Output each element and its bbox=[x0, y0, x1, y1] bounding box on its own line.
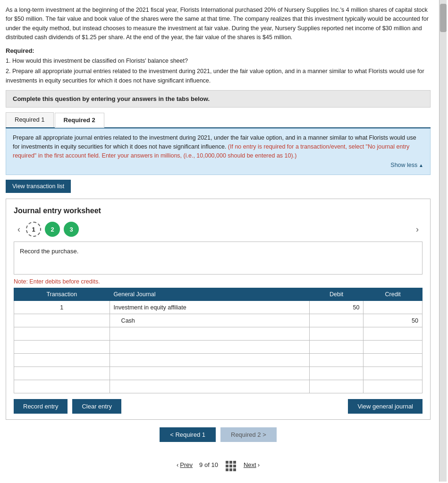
journal-page-3-label: 3 bbox=[69, 226, 73, 233]
record-purchase-box: Record the purchase. bbox=[14, 242, 423, 275]
required-items: 1. How would this investment be classifi… bbox=[6, 56, 431, 85]
table-row: 1 Investment in equity affiliate 50 bbox=[14, 301, 423, 314]
tab1-label: Required 1 bbox=[15, 116, 45, 123]
required-header-label: Required: bbox=[6, 47, 34, 54]
table-header-transaction: Transaction bbox=[14, 288, 110, 301]
row1-account-val: Investment in equity affiliate bbox=[114, 304, 186, 311]
scrollbar-thumb[interactable] bbox=[440, 4, 447, 32]
page-of: of bbox=[204, 461, 211, 468]
show-less-arrow-icon: ▲ bbox=[417, 163, 423, 168]
next-chevron-icon: › bbox=[258, 461, 260, 468]
journal-bottom-buttons: Record entry Clear entry View general jo… bbox=[14, 399, 423, 414]
journal-prev-arrow[interactable]: ‹ bbox=[14, 224, 24, 235]
grid-icon[interactable] bbox=[225, 458, 237, 471]
row6-credit[interactable] bbox=[363, 367, 423, 380]
table-row bbox=[14, 327, 423, 341]
show-less-btn[interactable]: Show less ▲ bbox=[13, 161, 423, 170]
table-row bbox=[14, 380, 423, 393]
scrollbar[interactable] bbox=[439, 0, 447, 482]
required-item-1: 1. How would this investment be classifi… bbox=[6, 56, 431, 66]
row1-debit[interactable]: 50 bbox=[310, 301, 363, 314]
view-general-journal-btn-label: View general journal bbox=[357, 403, 413, 410]
row1-account[interactable]: Investment in equity affiliate bbox=[110, 301, 309, 314]
required-2-nav-button[interactable]: Required 2 > bbox=[220, 427, 277, 442]
required-header: Required: bbox=[6, 47, 431, 54]
clear-entry-button[interactable]: Clear entry bbox=[72, 399, 121, 414]
row1-debit-val: 50 bbox=[353, 304, 359, 311]
table-row bbox=[14, 341, 423, 354]
row5-account[interactable] bbox=[110, 354, 309, 367]
row2-credit[interactable]: 50 bbox=[363, 314, 423, 327]
tab-required-1[interactable]: Required 1 bbox=[6, 112, 54, 127]
page-current: 9 bbox=[199, 461, 203, 468]
instruction-box: Prepare all appropriate journal entries … bbox=[6, 128, 431, 175]
table-header-general-journal: General Journal bbox=[110, 288, 309, 301]
note-text-content: Note: Enter debits before credits. bbox=[14, 278, 100, 285]
row3-account[interactable] bbox=[110, 327, 309, 341]
row5-credit[interactable] bbox=[363, 354, 423, 367]
journal-page-1-label: 1 bbox=[32, 226, 35, 233]
header-transaction-label: Transaction bbox=[46, 291, 77, 298]
required-2-nav-label: Required 2 > bbox=[231, 431, 266, 438]
required-2-text: 2. Prepare all appropriate journal entri… bbox=[6, 68, 424, 84]
row4-transaction bbox=[14, 341, 110, 354]
next-label: Next bbox=[244, 461, 256, 468]
journal-page-2-label: 2 bbox=[51, 226, 54, 233]
journal-nav-row: ‹ 1 2 3 › bbox=[14, 222, 423, 237]
table-header-debit: Debit bbox=[310, 288, 363, 301]
row6-transaction bbox=[14, 367, 110, 380]
row1-transaction: 1 bbox=[14, 301, 110, 314]
journal-title: Journal entry worksheet bbox=[14, 207, 423, 215]
row2-debit[interactable] bbox=[310, 314, 363, 327]
row1-transaction-val: 1 bbox=[60, 304, 63, 311]
tab-required-2[interactable]: Required 2 bbox=[55, 113, 104, 128]
note-text: Note: Enter debits before credits. bbox=[14, 278, 423, 285]
journal-table: Transaction General Journal Debit Credit bbox=[14, 288, 423, 393]
tab2-label: Required 2 bbox=[64, 117, 95, 124]
journal-page-3-btn[interactable]: 3 bbox=[64, 222, 79, 237]
question-paragraph: As a long-term investment at the beginni… bbox=[6, 6, 431, 42]
header-debit-label: Debit bbox=[330, 291, 343, 298]
tabs-row: Required 1 Required 2 bbox=[6, 112, 431, 128]
row6-debit[interactable] bbox=[310, 367, 363, 380]
row7-account[interactable] bbox=[110, 380, 309, 393]
prev-label: Prev bbox=[180, 461, 193, 468]
prev-link[interactable]: ‹ Prev bbox=[177, 461, 193, 468]
clear-entry-btn-label: Clear entry bbox=[82, 403, 112, 410]
view-general-journal-button[interactable]: View general journal bbox=[348, 399, 423, 414]
complete-box-text: Complete this question by entering your … bbox=[13, 95, 210, 102]
row3-transaction bbox=[14, 327, 110, 341]
view-transaction-list-button[interactable]: View transaction list bbox=[6, 180, 71, 193]
journal-entry-worksheet: Journal entry worksheet ‹ 1 2 3 › Recor bbox=[6, 199, 431, 420]
record-entry-button[interactable]: Record entry bbox=[14, 399, 68, 414]
row5-debit[interactable] bbox=[310, 354, 363, 367]
row2-account-val: Cash bbox=[121, 317, 135, 324]
row4-debit[interactable] bbox=[310, 341, 363, 354]
row3-credit[interactable] bbox=[363, 327, 423, 341]
required-1-nav-button[interactable]: < Required 1 bbox=[160, 427, 216, 442]
row5-transaction bbox=[14, 354, 110, 367]
journal-next-arrow[interactable]: › bbox=[412, 224, 423, 235]
required-nav-row: < Required 1 Required 2 > bbox=[6, 427, 431, 442]
table-row: Cash 50 bbox=[14, 314, 423, 327]
journal-page-2-btn[interactable]: 2 bbox=[45, 222, 60, 237]
table-row bbox=[14, 354, 423, 367]
row2-account[interactable]: Cash bbox=[110, 314, 309, 327]
journal-page-1-btn[interactable]: 1 bbox=[26, 222, 41, 237]
row7-debit[interactable] bbox=[310, 380, 363, 393]
row6-account[interactable] bbox=[110, 367, 309, 380]
row7-credit[interactable] bbox=[363, 380, 423, 393]
row1-credit[interactable] bbox=[363, 301, 423, 314]
row4-credit[interactable] bbox=[363, 341, 423, 354]
required-1-text: 1. How would this investment be classifi… bbox=[6, 58, 188, 64]
journal-title-text: Journal entry worksheet bbox=[14, 207, 101, 215]
row3-debit[interactable] bbox=[310, 327, 363, 341]
next-link[interactable]: Next › bbox=[244, 461, 260, 468]
view-transaction-btn-label: View transaction list bbox=[12, 183, 64, 190]
row2-transaction bbox=[14, 314, 110, 327]
complete-box: Complete this question by entering your … bbox=[6, 90, 431, 108]
row4-account[interactable] bbox=[110, 341, 309, 354]
header-general-journal-label: General Journal bbox=[114, 291, 156, 298]
required-item-2: 2. Prepare all appropriate journal entri… bbox=[6, 67, 431, 85]
prev-chevron-icon: ‹ bbox=[177, 461, 178, 468]
